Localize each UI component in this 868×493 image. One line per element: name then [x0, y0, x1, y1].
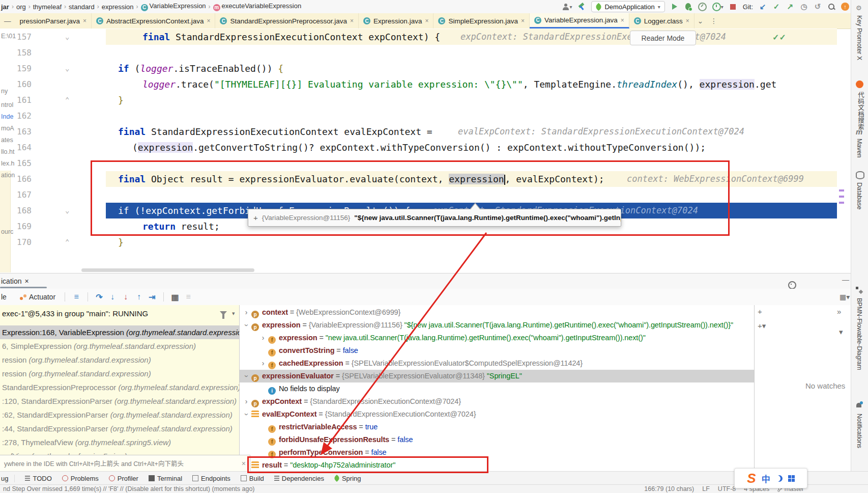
- stack-frame-row[interactable]: :120, StandardExpressionParser (org.thym…: [0, 394, 240, 408]
- close-icon[interactable]: ×: [425, 17, 428, 24]
- breadcrumb-item-standard[interactable]: standard: [69, 3, 95, 11]
- tab-StandardExpressionPreprocessor.java[interactable]: CStandardExpressionPreprocessor.java×: [215, 13, 359, 29]
- commit-icon[interactable]: ✓: [772, 2, 780, 11]
- tree-chevron-icon[interactable]: ›: [243, 306, 250, 319]
- watches-panel[interactable]: + +▾ » ▾ No watches: [754, 305, 851, 472]
- line-number[interactable]: 158: [0, 45, 32, 61]
- project-item-clipped[interactable]: ourc: [1, 228, 13, 235]
- encoding-widget[interactable]: UTF-8: [718, 485, 736, 492]
- stop-button[interactable]: [729, 2, 737, 11]
- breadcrumb-item-expression[interactable]: expression: [102, 3, 134, 11]
- grid-icon[interactable]: [788, 475, 795, 482]
- variable-row-expression[interactable]: ›fexpression = "new java.util.Scanner(T(…: [240, 332, 754, 344]
- breadcrumb[interactable]: jar›org›thymeleaf›standard›expression›CV…: [0, 2, 301, 11]
- stripe-item-Maven[interactable]: Maven: [856, 139, 863, 158]
- project-item-clipped[interactable]: lex.h: [1, 160, 14, 167]
- layout-settings-icon[interactable]: ▦▾: [840, 293, 850, 301]
- stack-frame-row[interactable]: Expression:168, VariableExpression (org.…: [0, 325, 240, 339]
- push-icon[interactable]: ↗: [786, 2, 794, 11]
- tabbar-minimize-icon[interactable]: —: [0, 17, 15, 25]
- close-icon[interactable]: ×: [83, 17, 86, 24]
- fold-marker-icon[interactable]: ⌃: [65, 92, 69, 108]
- gear-icon[interactable]: [788, 281, 796, 289]
- code-line-164[interactable]: 164(expression.getConvertToString()? exp…: [0, 140, 837, 155]
- stack-frame-row[interactable]: :278, ThymeleafView (org.thymeleaf.sprin…: [0, 435, 240, 449]
- stack-frame-row[interactable]: :62, StandardExpressionParser (org.thyme…: [0, 408, 240, 422]
- project-item-clipped[interactable]: ation: [1, 172, 15, 179]
- tree-chevron-icon[interactable]: ›: [240, 373, 253, 380]
- tool-window-button-Terminal[interactable]: Terminal: [149, 475, 182, 482]
- search-everywhere-button[interactable]: [827, 2, 835, 11]
- run-button[interactable]: [671, 2, 679, 11]
- project-item-clipped[interactable]: ates: [1, 136, 13, 144]
- mute-breakpoints-icon[interactable]: ≡: [182, 292, 195, 302]
- build-project-button[interactable]: [577, 2, 586, 11]
- run-to-cursor-icon[interactable]: ⇥: [146, 292, 159, 302]
- project-item-clipped[interactable]: ntrol: [1, 101, 13, 108]
- evaluate-expression-icon[interactable]: ▦: [168, 292, 182, 302]
- tree-chevron-icon[interactable]: ›: [240, 322, 253, 329]
- project-item-clipped[interactable]: Inde: [1, 113, 13, 120]
- breadcrumb-item-org[interactable]: org: [16, 3, 26, 11]
- stack-frame-row[interactable]: ression (org.thymeleaf.standard.expressi…: [0, 353, 240, 367]
- tool-window-button-Problems[interactable]: Problems: [62, 475, 99, 482]
- project-item-clipped[interactable]: E:\01: [1, 33, 16, 40]
- chevron-down-icon[interactable]: ▾: [232, 310, 235, 317]
- breadcrumb-item-jar[interactable]: jar: [1, 3, 9, 11]
- code-editor[interactable]: 157⌄final StandardExpressionExecutionCon…: [0, 29, 837, 273]
- chevron-down-icon[interactable]: ▾: [839, 327, 843, 337]
- add-watch-dropdown-icon[interactable]: +▾: [758, 321, 766, 331]
- variable-row-restrictVariableAccess[interactable]: frestrictVariableAccess = true: [240, 421, 754, 433]
- tool-window-button-Spring[interactable]: Spring: [334, 475, 361, 482]
- close-icon[interactable]: ×: [350, 17, 354, 24]
- stripe-item-Notifications[interactable]: Notifications: [856, 414, 863, 448]
- variable-row-evalExpContext[interactable]: ›evalExpContext = {StandardExpressionExe…: [240, 408, 754, 421]
- chinese-mode-icon[interactable]: 中: [762, 472, 770, 485]
- variable-row-context[interactable]: ›pcontext = {WebExpressionContext@6999}: [240, 306, 754, 319]
- breadcrumb-item-executeVariableExpression[interactable]: mexecuteVariableExpression: [213, 2, 302, 11]
- filter-funnel-icon[interactable]: [220, 311, 227, 315]
- chevron-right-double-icon[interactable]: »: [837, 307, 841, 316]
- variable-row-convertToString[interactable]: fconvertToString = false: [240, 344, 754, 357]
- code-line-163[interactable]: 163final StandardExpressionExecutionCont…: [0, 124, 837, 140]
- stripe-item-Database[interactable]: Database: [856, 182, 863, 210]
- caret-position-widget[interactable]: 166:79 (10 chars): [644, 485, 694, 492]
- code-line-157[interactable]: 157⌄final StandardExpressionExecutionCon…: [0, 29, 837, 45]
- kebab-menu-icon[interactable]: ⋮: [710, 17, 717, 25]
- tab-Expression.java[interactable]: CExpression.java×: [359, 13, 433, 29]
- variable-row-expression[interactable]: ›pexpression = {VariableExpression@11156…: [240, 319, 754, 332]
- input-method-panel[interactable]: S 中: [734, 468, 807, 488]
- tab-VariableExpression.java[interactable]: CVariableExpression.java×: [530, 13, 629, 29]
- tab-pressionParser.java[interactable]: pressionParser.java×: [15, 13, 92, 29]
- step-over-icon[interactable]: ↷: [93, 292, 106, 302]
- tree-chevron-icon[interactable]: ›: [259, 332, 267, 344]
- moon-icon[interactable]: [776, 475, 783, 482]
- close-icon[interactable]: ×: [521, 17, 525, 24]
- profiler-button[interactable]: [698, 2, 707, 11]
- hidden-tabs-icon[interactable]: ⌄: [698, 17, 703, 25]
- stripe-item-Key Promoter X[interactable]: Key Promoter X: [856, 15, 863, 60]
- project-item-clipped[interactable]: ny: [1, 88, 8, 95]
- tab-SimpleExpression.java[interactable]: CSimpleExpression.java×: [433, 13, 530, 29]
- tool-window-button-ug[interactable]: ug: [1, 475, 15, 482]
- frames-panel[interactable]: exec-1"@5,433 in group "main": RUNNING▾E…: [0, 305, 240, 472]
- tool-window-button-Build[interactable]: Build: [241, 475, 264, 482]
- stack-frame-row[interactable]: StandardExpressionPreprocessor (org.thym…: [0, 380, 240, 394]
- tool-window-button-Profiler[interactable]: Profiler: [109, 475, 138, 482]
- history-icon[interactable]: ◷: [800, 2, 808, 11]
- tool-window-button-Endpoints[interactable]: Endpoints: [192, 475, 230, 482]
- close-icon[interactable]: ×: [207, 17, 210, 24]
- code-line-162[interactable]: 162: [0, 108, 837, 124]
- stack-frame-row[interactable]: ression (org.thymeleaf.standard.expressi…: [0, 367, 240, 380]
- project-item-clipped[interactable]: moA: [1, 125, 14, 132]
- force-step-into-icon[interactable]: ↓: [119, 292, 132, 302]
- line-number[interactable]: 159: [0, 61, 32, 76]
- user-profile-button[interactable]: ▾: [562, 2, 572, 11]
- tree-chevron-icon[interactable]: ›: [259, 357, 267, 370]
- threads-view-icon[interactable]: ≡: [70, 292, 83, 302]
- tool-window-button-Dependencies[interactable]: Dependencies: [274, 475, 324, 482]
- debug-button[interactable]: [684, 2, 692, 11]
- close-icon[interactable]: ×: [621, 17, 624, 24]
- actuator-tab[interactable]: Actuator: [20, 293, 55, 301]
- tab-AbstractExpressionContext.java[interactable]: CAbstractExpressionContext.java×: [92, 13, 215, 29]
